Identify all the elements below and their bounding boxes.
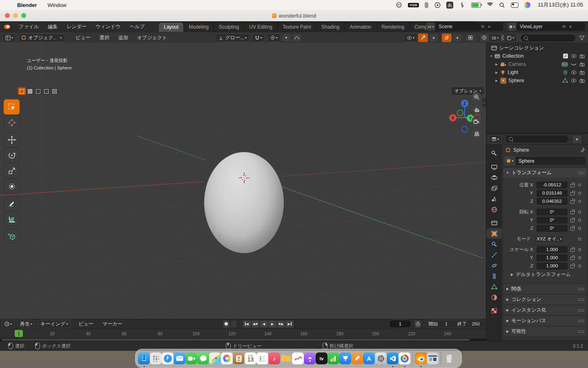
dock-finder[interactable] xyxy=(138,350,150,368)
gizmo-y-neg[interactable] xyxy=(457,110,463,116)
cursor-tool[interactable] xyxy=(4,115,20,130)
tab-object-data[interactable] xyxy=(486,281,502,292)
dock-contacts[interactable] xyxy=(233,350,245,368)
view-menu[interactable]: ビュー xyxy=(74,321,98,328)
tab-output[interactable] xyxy=(486,172,502,183)
menu-select[interactable]: 選択 xyxy=(95,34,114,41)
tab-shading[interactable]: Shading xyxy=(316,22,345,32)
scale-tool[interactable] xyxy=(4,163,20,178)
menu-render[interactable]: レンダー xyxy=(62,23,91,30)
show-overlays-toggle[interactable] xyxy=(442,34,452,42)
dock-facetime[interactable] xyxy=(185,350,197,368)
gizmo-dropdown[interactable]: ▾ xyxy=(429,34,439,42)
lock-icon[interactable] xyxy=(570,226,575,231)
outliner-funnel-filter-button[interactable] xyxy=(579,36,585,40)
sphere-object[interactable] xyxy=(204,152,284,253)
dock-launchpad[interactable] xyxy=(150,350,162,368)
add-cube-tool[interactable] xyxy=(4,229,20,244)
control-center-icon[interactable] xyxy=(511,2,519,8)
pin-icon[interactable] xyxy=(580,148,585,153)
collections-panel[interactable]: ▶コレクション xyxy=(503,295,587,304)
dock-keynote[interactable] xyxy=(339,350,351,368)
creative-cloud-icon[interactable] xyxy=(396,2,402,8)
menu-window[interactable]: ウィンドウ xyxy=(91,23,125,30)
lock-icon[interactable] xyxy=(570,218,575,222)
scene-collection-label[interactable]: シーンコレクション xyxy=(499,45,588,52)
animate-dot[interactable] xyxy=(578,219,581,222)
relations-panel[interactable]: ▶関係 xyxy=(503,284,587,294)
editor-type-button[interactable]: ▾ xyxy=(2,34,16,42)
collapse-icon[interactable]: ▼ xyxy=(490,54,494,58)
use-preview-range-toggle[interactable] xyxy=(414,320,421,328)
motion-paths-panel[interactable]: ▶モーションパス xyxy=(503,316,587,325)
jump-to-end-button[interactable]: ▶ xyxy=(285,320,294,328)
menu-add[interactable]: 追加 xyxy=(114,34,133,41)
delta-transform-subpanel[interactable]: ▶デルタトランスフォーム xyxy=(503,270,587,279)
dock-safari[interactable] xyxy=(162,350,174,368)
dock-app-store[interactable]: A xyxy=(363,350,375,368)
tab-uv-editing[interactable]: UV Editing xyxy=(244,22,278,32)
tab-texture-paint[interactable]: Texture Paint xyxy=(278,22,316,32)
select-invert-button[interactable] xyxy=(42,88,50,95)
location-x-field[interactable]: -0.05512 xyxy=(537,182,568,188)
start-frame-field[interactable]: 1 xyxy=(441,321,452,326)
select-set-button[interactable] xyxy=(18,88,26,95)
lock-icon[interactable] xyxy=(570,191,575,195)
show-gizmo-toggle[interactable] xyxy=(418,34,428,42)
current-frame-field[interactable]: 1 xyxy=(389,320,412,328)
expand-icon[interactable]: ▶ xyxy=(495,63,500,66)
tab-material[interactable] xyxy=(486,292,502,303)
animate-dot[interactable] xyxy=(578,200,581,203)
battery-icon[interactable] xyxy=(471,2,481,8)
window-menu[interactable]: Window xyxy=(47,2,66,8)
object-visibility-dropdown[interactable]: ▾ xyxy=(404,34,417,42)
dock-messages[interactable] xyxy=(197,350,209,368)
menu-view[interactable]: ビュー xyxy=(71,34,95,41)
animate-dot[interactable] xyxy=(578,192,581,195)
proportional-editing-dropdown[interactable]: ▾ xyxy=(267,34,281,42)
dock-vscode[interactable] xyxy=(387,350,399,368)
viewlayer-selector[interactable]: ▣▾ ViewLayer ⧉ ✕ xyxy=(508,22,585,31)
location-z-field[interactable]: 0.046352 xyxy=(537,198,568,205)
dock-system-settings[interactable] xyxy=(375,350,387,368)
animate-dot[interactable] xyxy=(578,256,581,259)
rotation-mode-dropdown[interactable]: XYZ オイ..▾ xyxy=(534,235,564,243)
lock-icon[interactable] xyxy=(570,199,575,204)
lock-icon[interactable] xyxy=(570,247,575,252)
dock-tv[interactable]: tv xyxy=(316,350,327,368)
timeline-editor-type-button[interactable]: ▾ xyxy=(2,320,15,328)
tab-collection-props[interactable] xyxy=(486,218,502,228)
pan-view-button[interactable] xyxy=(472,104,481,114)
dock-trash[interactable] xyxy=(443,350,455,368)
lock-icon[interactable] xyxy=(570,263,575,268)
lock-icon[interactable] xyxy=(570,209,575,214)
tab-world[interactable] xyxy=(486,204,502,215)
select-subtract-button[interactable] xyxy=(34,88,42,95)
previous-keyframe-button[interactable]: ◀◆ xyxy=(251,320,260,328)
tab-animation[interactable]: Animation xyxy=(345,22,376,32)
dock-photos[interactable] xyxy=(221,350,233,368)
camera-view-button[interactable] xyxy=(472,117,481,126)
dock-reminders[interactable] xyxy=(256,350,268,368)
snap-dropdown[interactable]: ▾ xyxy=(252,34,265,42)
panel-grip[interactable] xyxy=(578,309,584,312)
dock-pages[interactable] xyxy=(351,350,363,368)
tab-render[interactable] xyxy=(486,162,502,172)
menu-edit[interactable]: 編集 xyxy=(43,23,62,30)
disable-render-icon[interactable] xyxy=(579,54,585,58)
select-intersect-button[interactable] xyxy=(51,88,58,95)
transform-panel-header[interactable]: ▼トランスフォーム xyxy=(503,168,587,177)
tab-texture[interactable] xyxy=(486,305,502,316)
lock-icon[interactable] xyxy=(570,255,575,260)
scale-x-field[interactable]: 1.000 xyxy=(537,246,568,253)
outliner-filter-dropdown[interactable]: ▾ xyxy=(504,34,517,42)
panel-grip[interactable] xyxy=(578,319,584,323)
tab-layout[interactable]: Layout xyxy=(159,22,184,32)
outliner-row-collection[interactable]: ▼ Collection ✓ xyxy=(486,52,588,60)
menu-object[interactable]: オブジェクト xyxy=(133,34,172,41)
spotlight-search-icon[interactable] xyxy=(499,2,505,8)
menu-help[interactable]: ヘルプ xyxy=(125,23,149,30)
eye-closed-icon[interactable] xyxy=(571,62,577,66)
bluetooth-icon[interactable] xyxy=(459,2,466,8)
mic-icon[interactable] xyxy=(425,2,428,8)
